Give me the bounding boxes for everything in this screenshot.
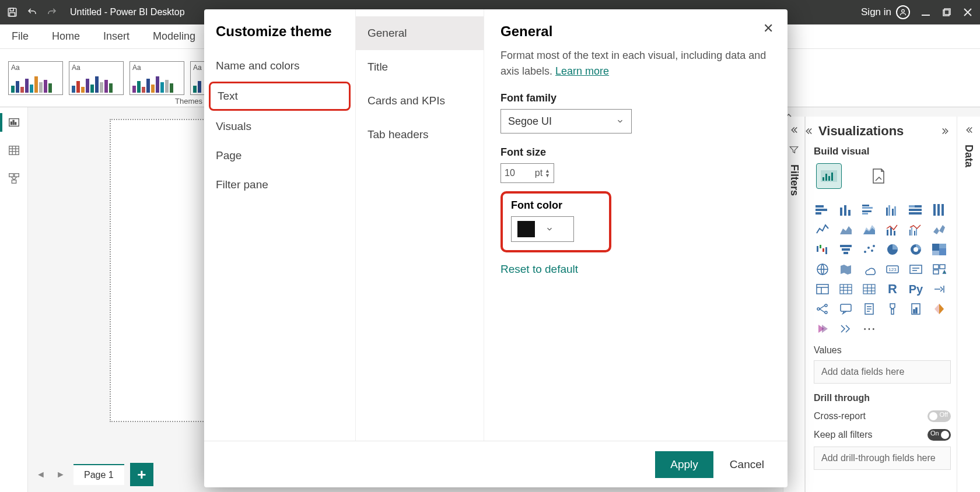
svg-rect-2 (10, 13, 15, 16)
viz-get-more-icon[interactable] (837, 322, 855, 336)
viz-treemap-icon[interactable] (930, 243, 948, 256)
apply-button[interactable]: Apply (655, 451, 713, 478)
cancel-button[interactable]: Cancel (730, 458, 764, 471)
ribbon-tab-insert[interactable]: Insert (103, 30, 130, 43)
expand-filters-icon[interactable] (789, 125, 799, 135)
viz-stacked-column-icon[interactable] (837, 203, 855, 217)
viz-ribbon-icon[interactable] (930, 223, 948, 237)
redo-icon[interactable] (47, 7, 57, 17)
viz-filled-map-icon[interactable] (837, 262, 855, 276)
viz-gauge-icon[interactable]: 123 (884, 262, 901, 276)
nav-text[interactable]: Text (209, 82, 351, 111)
collapse-viz-icon[interactable] (805, 126, 814, 136)
expand-viz-icon[interactable] (940, 126, 951, 136)
subnav-general[interactable]: General (356, 16, 484, 50)
dialog-detail: ✕ General Format most of the text in eac… (484, 9, 788, 441)
subnav-title[interactable]: Title (356, 50, 484, 84)
viz-waterfall-icon[interactable] (814, 243, 831, 256)
ribbon-tab-file[interactable]: File (12, 30, 29, 43)
chevron-down-icon (545, 225, 554, 233)
theme-thumb[interactable]: Aa (8, 61, 63, 95)
theme-thumb[interactable]: Aa (69, 61, 124, 95)
viz-map-icon[interactable] (814, 262, 831, 276)
viz-clustered-column-icon[interactable] (884, 203, 901, 217)
close-icon[interactable] (963, 7, 973, 17)
viz-powerautomate-icon[interactable] (814, 322, 831, 336)
save-icon[interactable] (7, 7, 18, 17)
values-drop-zone[interactable]: Add data fields here (814, 360, 951, 384)
viz-multi-card-icon[interactable]: ▲ (930, 262, 948, 276)
viz-stacked-area-icon[interactable] (860, 223, 878, 237)
svg-point-64 (873, 245, 875, 247)
drill-drop-zone[interactable]: Add drill-through fields here (814, 447, 951, 470)
viz-powerapps-icon[interactable] (930, 302, 948, 316)
visualization-gallery: 123 ▲ R Py ⋯ (814, 203, 951, 336)
viz-line-clustered-icon[interactable] (907, 223, 925, 237)
nav-name-colors[interactable]: Name and colors (204, 51, 355, 80)
report-view-icon[interactable] (7, 115, 21, 129)
viz-goals-icon[interactable] (884, 302, 901, 316)
reset-to-default-link[interactable]: Reset to default (501, 263, 771, 276)
viz-paginated-icon[interactable] (907, 302, 925, 316)
page-tab[interactable]: Page 1 (74, 464, 124, 485)
build-visual-tab[interactable] (816, 163, 842, 189)
theme-thumb[interactable]: Aa (130, 61, 184, 95)
customize-theme-dialog: Customize theme Name and colors Text Vis… (204, 9, 788, 487)
viz-card-icon[interactable] (907, 262, 925, 276)
page-prev-icon[interactable]: ◄ (34, 468, 48, 482)
viz-narrative-icon[interactable] (860, 302, 878, 316)
subnav-tab-headers[interactable]: Tab headers (356, 118, 484, 152)
expand-data-icon[interactable] (964, 125, 974, 135)
model-view-icon[interactable] (7, 171, 21, 185)
format-visual-tab[interactable] (865, 163, 891, 189)
spinner-arrows-icon[interactable]: ▲▼ (545, 168, 550, 178)
viz-py-icon[interactable]: Py (907, 282, 925, 296)
dialog-footer: Apply Cancel (204, 441, 788, 487)
viz-kpi-icon[interactable] (814, 282, 831, 296)
viz-decomposition-icon[interactable] (814, 302, 831, 316)
viz-area-icon[interactable] (837, 223, 855, 237)
ribbon-tab-home[interactable]: Home (52, 30, 80, 43)
signin-button[interactable]: Sign in (861, 5, 910, 19)
viz-100-column-icon[interactable] (930, 203, 948, 217)
keep-filters-toggle[interactable]: On (928, 429, 951, 441)
nav-filter-pane[interactable]: Filter pane (204, 170, 355, 199)
viz-key-influencers-icon[interactable] (930, 282, 948, 296)
viz-funnel-icon[interactable] (837, 243, 855, 256)
font-family-select[interactable]: Segoe UI (501, 109, 632, 133)
visualizations-pane: Visualizations Build visual 123 (805, 117, 957, 492)
maximize-icon[interactable] (942, 7, 952, 17)
viz-clustered-bar-icon[interactable] (860, 203, 878, 217)
viz-stacked-bar-icon[interactable] (814, 203, 831, 217)
viz-azure-map-icon[interactable] (860, 262, 878, 276)
viz-line-icon[interactable] (814, 223, 831, 237)
add-page-button[interactable]: + (130, 463, 153, 486)
viz-slicer-icon[interactable] (837, 282, 855, 296)
viz-100-bar-icon[interactable] (907, 203, 925, 217)
font-size-stepper[interactable]: 10 pt ▲▼ (501, 163, 554, 183)
viz-table-icon[interactable] (860, 282, 878, 296)
viz-donut-icon[interactable] (907, 243, 925, 256)
nav-visuals[interactable]: Visuals (204, 112, 355, 141)
viz-scatter-icon[interactable] (860, 243, 878, 256)
svg-rect-71 (932, 251, 939, 255)
svg-rect-24 (828, 176, 830, 181)
learn-more-link[interactable]: Learn more (555, 65, 609, 77)
nav-page[interactable]: Page (204, 141, 355, 170)
minimize-icon[interactable] (921, 7, 931, 17)
dialog-close-icon[interactable]: ✕ (763, 21, 774, 36)
viz-qa-icon[interactable] (837, 302, 855, 316)
viz-more-icon[interactable]: ⋯ (860, 322, 878, 336)
font-color-picker[interactable] (511, 216, 574, 242)
undo-icon[interactable] (27, 7, 37, 17)
data-view-icon[interactable] (7, 143, 21, 157)
viz-line-column-icon[interactable] (884, 223, 901, 237)
viz-pie-icon[interactable] (884, 243, 901, 256)
viz-r-icon[interactable]: R (884, 282, 901, 296)
ribbon-tab-modeling[interactable]: Modeling (153, 30, 195, 43)
cross-report-toggle[interactable]: Off (928, 410, 951, 422)
page-next-icon[interactable]: ► (54, 468, 68, 482)
data-pane-collapsed[interactable]: Data (957, 117, 980, 492)
svg-rect-36 (886, 208, 888, 216)
subnav-cards-kpis[interactable]: Cards and KPIs (356, 84, 484, 118)
